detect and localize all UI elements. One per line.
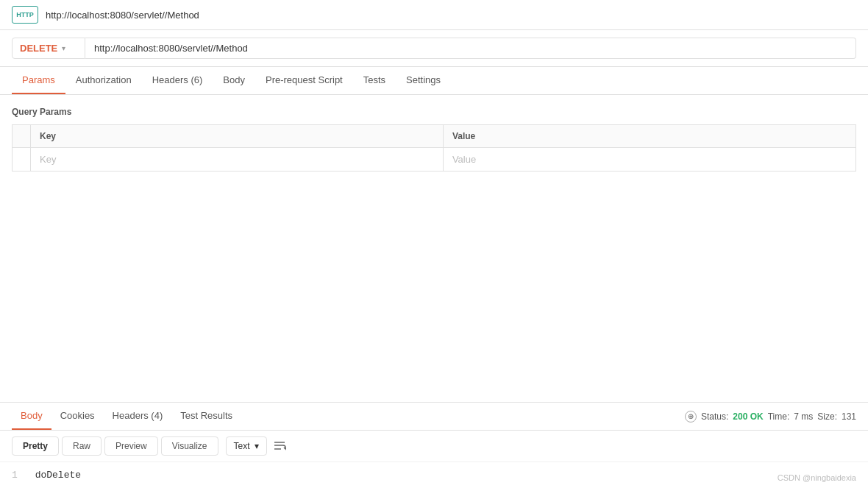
request-bar: DELETE ▾ (0, 30, 868, 67)
method-label: DELETE (20, 43, 57, 54)
http-badge: HTTP (12, 6, 38, 24)
value-col-header: Value (443, 125, 855, 148)
tab-prerequest[interactable]: Pre-request Script (255, 67, 353, 94)
tab-authorization[interactable]: Authorization (65, 67, 142, 94)
request-tabs-bar: Params Authorization Headers (6) Body Pr… (0, 67, 868, 95)
url-input[interactable] (85, 38, 856, 59)
query-params-title: Query Params (12, 107, 856, 117)
tab-settings[interactable]: Settings (396, 67, 451, 94)
key-col-header: Key (31, 125, 444, 148)
checkbox-col-header (13, 125, 31, 148)
tab-headers[interactable]: Headers (6) (142, 67, 213, 94)
row-value-cell[interactable]: Value (443, 148, 855, 171)
params-table: Key Value Key Value (12, 124, 856, 171)
tab-params[interactable]: Params (12, 67, 65, 94)
method-selector[interactable]: DELETE ▾ (12, 38, 85, 59)
tab-body[interactable]: Body (213, 67, 255, 94)
query-params-section: Query Params Key Value Key Value (0, 95, 868, 171)
table-row: Key Value (13, 148, 856, 171)
top-url: http://localhost:8080/servlet//Method (46, 10, 199, 21)
chevron-down-icon: ▾ (62, 44, 65, 52)
row-key-cell[interactable]: Key (31, 148, 444, 171)
top-bar: HTTP http://localhost:8080/servlet//Meth… (0, 0, 868, 30)
tab-tests[interactable]: Tests (353, 67, 396, 94)
row-checkbox-cell (13, 148, 31, 171)
